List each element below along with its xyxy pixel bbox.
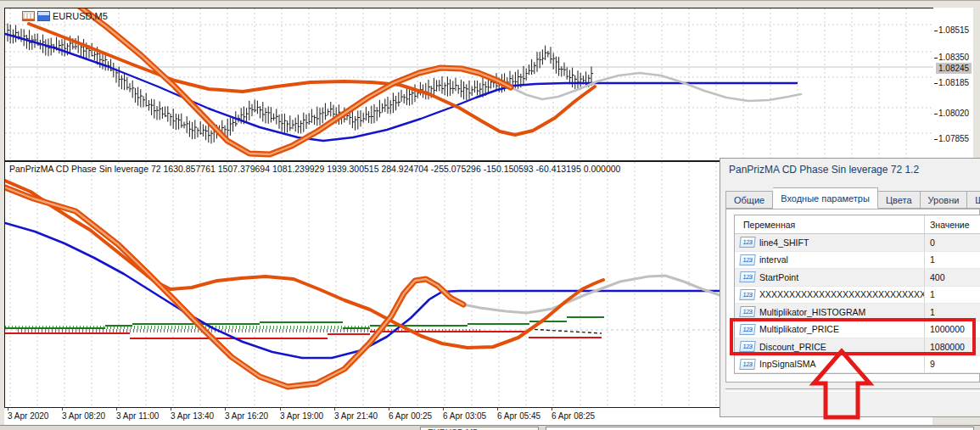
chart-tab-bar: EURUSD,M5	[0, 425, 980, 430]
column-header-variable: Переменная	[735, 220, 924, 230]
mt5-window: EURUSD,M5 1.085151.083501.082451.081851.…	[0, 0, 980, 430]
time-axis-label: 3 Apr 16:20	[225, 411, 268, 421]
dialog-tab-3[interactable]: Цвета	[878, 191, 921, 209]
param-value[interactable]: 0	[924, 234, 980, 251]
price-chart-canvas	[5, 8, 933, 160]
price-axis[interactable]: 1.085151.083501.082451.081851.080201.078…	[933, 8, 973, 159]
param-name-cell: 123line4_SHIFT	[735, 237, 924, 248]
param-name-cell: 123StartPoint	[735, 271, 924, 282]
red-step	[5, 332, 602, 338]
sma-blue	[5, 34, 797, 141]
dialog-tab-1[interactable]: Общие	[725, 191, 773, 209]
time-axis-label: 6 Apr 03:05	[443, 411, 486, 421]
panprizma-band-core	[76, 8, 511, 154]
ohlc-chart-icon	[22, 11, 35, 21]
param-row-XXXXXXXXXXXXXXXXXXXXXXXXXXXXXX[interactable]: 123XXXXXXXXXXXXXXXXXXXXXXXXXXXXXX1	[735, 287, 980, 304]
numeric-type-icon: 123	[739, 306, 755, 317]
param-name-cell: 123Multiplikator_HISTOGRAM	[735, 306, 924, 317]
param-value[interactable]: 9	[924, 356, 980, 373]
dialog-tab-5[interactable]: Шкала	[967, 191, 980, 209]
time-axis-label: 6 Apr 05:45	[497, 411, 540, 421]
dialog-tab-bar: ОбщиеВходные параметрыЦветаУровниШкала	[725, 189, 980, 209]
time-axis-label: 3 Apr 19:00	[280, 411, 323, 421]
phase-band	[5, 187, 463, 387]
price-axis-label: 1.08515	[938, 25, 969, 35]
time-axis-label: 3 Apr 13:40	[171, 411, 214, 421]
forecast-gray	[463, 276, 722, 313]
chart-symbol-label: EURUSD,M5	[22, 11, 108, 21]
symbol-period-text: EURUSD,M5	[53, 11, 108, 21]
price-axis-label: 1.08020	[938, 109, 969, 118]
indicator-title: PanPrizMA CD Phase Sin leverage 72 1630.…	[9, 164, 620, 174]
numeric-type-icon: 123	[739, 271, 755, 282]
param-name: StartPoint	[759, 272, 798, 282]
dialog-tab-4[interactable]: Уровни	[921, 191, 968, 209]
price-axis-label: 1.08350	[938, 53, 969, 62]
param-row-line4_SHIFT[interactable]: 123line4_SHIFT0	[735, 234, 980, 252]
price-chart[interactable]: EURUSD,M5	[4, 8, 934, 161]
chart-tab-active[interactable]	[546, 427, 974, 430]
numeric-type-icon: 123	[739, 289, 755, 300]
param-value[interactable]: 400	[924, 269, 980, 286]
param-name: XXXXXXXXXXXXXXXXXXXXXXXXXXXXXX	[759, 289, 924, 299]
dialog-tab-2[interactable]: Входные параметры	[773, 187, 878, 209]
dialog-title: PanPrizMA CD Phase Sin leverage 72 1.2	[729, 164, 919, 176]
param-name: interval	[759, 254, 788, 265]
price-axis-label: 1.07855	[938, 134, 969, 143]
time-axis-label: 6 Apr 00:25	[389, 411, 432, 421]
time-axis-label: 3 Apr 2020	[8, 411, 48, 421]
param-name-cell: 123XXXXXXXXXXXXXXXXXXXXXXXXXXXXXX	[735, 289, 924, 300]
time-axis-label: 3 Apr 21:40	[334, 411, 378, 421]
time-axis-label: 6 Apr 08:25	[552, 411, 595, 421]
time-axis-label: 3 Apr 11:00	[116, 411, 159, 421]
current-price-label: 1.08245	[936, 63, 972, 74]
annotation-up-arrow	[795, 344, 888, 421]
param-name: Multiplikator_HISTOGRAM	[759, 307, 865, 317]
param-value[interactable]: 1	[924, 287, 980, 304]
param-value[interactable]: 1	[924, 252, 980, 269]
param-row-interval[interactable]: 123interval1	[735, 252, 980, 270]
price-axis-label: 1.08185	[938, 78, 969, 87]
indicator-window-icon	[37, 11, 50, 21]
param-name-cell: 123interval	[735, 254, 924, 265]
panprizma-band	[76, 8, 511, 154]
numeric-type-icon: 123	[739, 359, 755, 370]
numeric-type-icon: 123	[739, 237, 755, 248]
column-header-value: Значение	[924, 215, 980, 233]
table-header-row: ПеременнаяЗначение	[735, 215, 980, 234]
numeric-type-icon: 123	[739, 254, 755, 265]
param-row-StartPoint[interactable]: 123StartPoint400	[735, 269, 980, 287]
time-axis-label: 3 Apr 08:20	[62, 411, 105, 421]
chart-tab-eurusd[interactable]: EURUSD,M5	[420, 427, 539, 430]
param-name: line4_SHIFT	[759, 237, 809, 248]
